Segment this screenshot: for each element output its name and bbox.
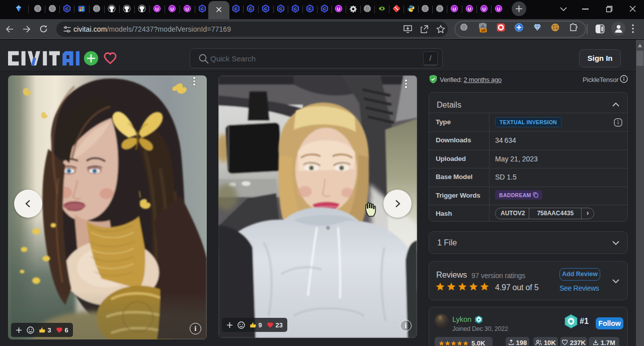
svg-text:off: off <box>481 29 486 32</box>
